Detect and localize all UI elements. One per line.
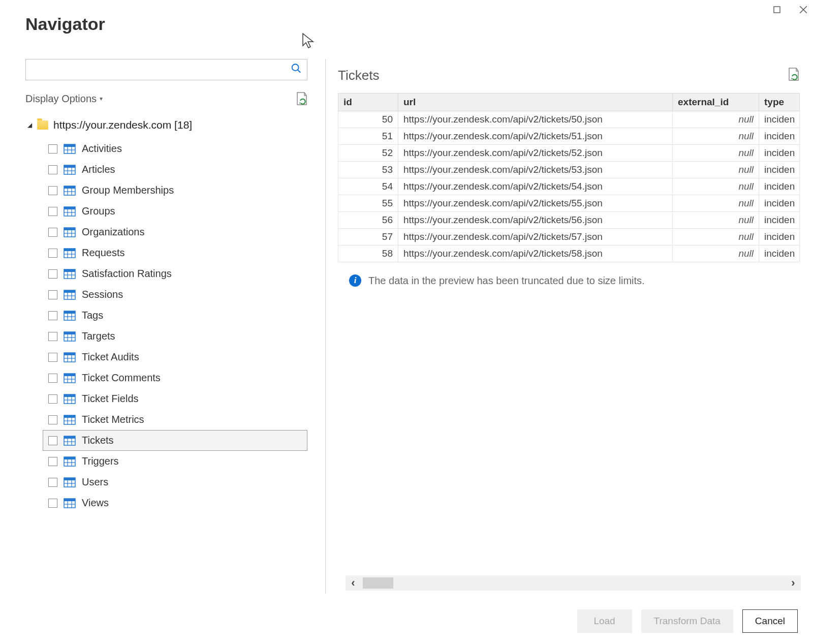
table-row[interactable]: 53https://your.zendesk.com/api/v2/ticket… (338, 162, 800, 178)
table-row[interactable]: 51https://your.zendesk.com/api/v2/ticket… (338, 128, 800, 145)
search-icon[interactable] (291, 63, 302, 77)
svg-rect-16 (64, 186, 75, 189)
search-box (25, 59, 307, 80)
cell-type: inciden (759, 128, 800, 145)
tree-checkbox[interactable] (48, 186, 57, 195)
tree-checkbox[interactable] (48, 436, 57, 445)
tree-checkbox[interactable] (48, 228, 57, 237)
tree-checkbox[interactable] (48, 249, 57, 258)
svg-rect-71 (64, 415, 75, 418)
table-icon (64, 436, 76, 446)
svg-line-4 (298, 70, 301, 73)
tree-item[interactable]: Views (43, 493, 307, 513)
tree-checkbox[interactable] (48, 311, 57, 320)
tree-checkbox[interactable] (48, 165, 57, 174)
display-options-label: Display Options (25, 93, 97, 105)
tree-checkbox[interactable] (48, 269, 57, 279)
tree-item[interactable]: Organizations (43, 222, 307, 242)
tree-item[interactable]: Articles (43, 159, 307, 180)
preview-title: Tickets (338, 68, 379, 83)
tree-item[interactable]: Triggers (43, 451, 307, 472)
refresh-icon[interactable] (295, 91, 307, 106)
tree-item[interactable]: Tags (43, 305, 307, 326)
tree-checkbox[interactable] (48, 144, 57, 154)
scroll-thumb[interactable] (363, 577, 393, 589)
cell-type: inciden (759, 145, 800, 162)
cell-type: inciden (759, 212, 800, 229)
table-icon (64, 227, 76, 237)
table-row[interactable]: 55https://your.zendesk.com/api/v2/ticket… (338, 195, 800, 212)
mouse-cursor-icon (302, 33, 315, 49)
tree-root-node[interactable]: ◢ https://your.zendesk.com [18] (25, 116, 307, 134)
cell-id: 53 (338, 162, 398, 178)
pane-divider[interactable] (325, 59, 326, 594)
tree-checkbox[interactable] (48, 332, 57, 341)
table-row[interactable]: 56https://your.zendesk.com/api/v2/ticket… (338, 212, 800, 229)
table-icon (64, 415, 76, 425)
tree-item[interactable]: Tickets (43, 430, 307, 451)
scroll-left-arrow[interactable]: ‹ (346, 575, 361, 591)
table-icon (64, 498, 76, 508)
right-pane: Tickets id url external_id type 50h (338, 67, 803, 287)
cell-id: 52 (338, 145, 398, 162)
cell-external-id: null (673, 178, 759, 195)
tree-item[interactable]: Groups (43, 201, 307, 222)
table-row[interactable]: 50https://your.zendesk.com/api/v2/ticket… (338, 111, 800, 128)
load-button[interactable]: Load (577, 609, 632, 633)
transform-data-button[interactable]: Transform Data (641, 609, 733, 633)
cell-id: 50 (338, 111, 398, 128)
cancel-button[interactable]: Cancel (742, 609, 798, 633)
svg-rect-76 (64, 436, 75, 439)
svg-point-3 (292, 64, 299, 71)
table-row[interactable]: 58https://your.zendesk.com/api/v2/ticket… (338, 246, 800, 262)
tree-checkbox[interactable] (48, 499, 57, 508)
cell-external-id: null (673, 212, 759, 229)
cell-id: 51 (338, 128, 398, 145)
svg-rect-0 (774, 7, 780, 13)
refresh-preview-icon[interactable] (787, 67, 799, 84)
tree-item[interactable]: Group Memberships (43, 180, 307, 201)
cell-external-id: null (673, 145, 759, 162)
svg-rect-91 (64, 499, 75, 501)
tree-checkbox[interactable] (48, 457, 57, 466)
tree-checkbox[interactable] (48, 478, 57, 487)
svg-rect-31 (64, 249, 75, 251)
tree-children: Activities Articles Group Memberships Gr… (43, 138, 307, 513)
display-options-dropdown[interactable]: Display Options ▾ (25, 93, 103, 105)
tree-item[interactable]: Ticket Audits (43, 347, 307, 367)
tree-checkbox[interactable] (48, 374, 57, 383)
column-header-external-id[interactable]: external_id (673, 94, 759, 111)
cell-url: https://your.zendesk.com/api/v2/tickets/… (398, 145, 673, 162)
close-button[interactable] (797, 3, 810, 16)
table-row[interactable]: 52https://your.zendesk.com/api/v2/ticket… (338, 145, 800, 162)
column-header-url[interactable]: url (398, 94, 673, 111)
search-input[interactable] (26, 59, 307, 80)
tree-checkbox[interactable] (48, 394, 57, 404)
svg-rect-61 (64, 374, 75, 376)
tree-item[interactable]: Users (43, 472, 307, 493)
svg-rect-46 (64, 311, 75, 314)
cell-external-id: null (673, 162, 759, 178)
tree-checkbox[interactable] (48, 415, 57, 424)
tree-checkbox[interactable] (48, 207, 57, 216)
column-header-id[interactable]: id (338, 94, 398, 111)
tree-item[interactable]: Satisfaction Ratings (43, 263, 307, 284)
tree-checkbox[interactable] (48, 290, 57, 299)
horizontal-scrollbar[interactable]: ‹ › (346, 575, 801, 591)
cell-external-id: null (673, 128, 759, 145)
tree-item[interactable]: Activities (43, 138, 307, 159)
tree-item[interactable]: Targets (43, 326, 307, 347)
scroll-right-arrow[interactable]: › (786, 575, 801, 591)
table-row[interactable]: 54https://your.zendesk.com/api/v2/ticket… (338, 178, 800, 195)
tree-item[interactable]: Ticket Metrics (43, 409, 307, 430)
tree-item[interactable]: Ticket Fields (43, 388, 307, 409)
cell-id: 58 (338, 246, 398, 262)
maximize-button[interactable] (770, 3, 784, 16)
tree-item[interactable]: Requests (43, 242, 307, 263)
column-header-type[interactable]: type (759, 94, 800, 111)
tree-item[interactable]: Ticket Comments (43, 367, 307, 388)
tree-item-label: Group Memberships (82, 185, 174, 196)
table-row[interactable]: 57https://your.zendesk.com/api/v2/ticket… (338, 229, 800, 246)
tree-checkbox[interactable] (48, 353, 57, 362)
tree-item[interactable]: Sessions (43, 284, 307, 305)
